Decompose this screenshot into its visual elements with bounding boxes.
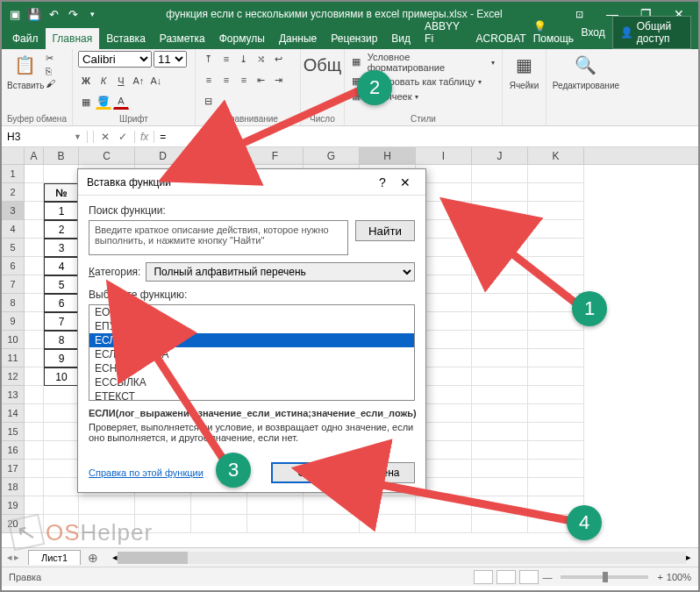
cancel-button[interactable]: Отмена (346, 462, 415, 483)
row-header[interactable]: 10 (2, 331, 25, 349)
tab-insert[interactable]: Вставка (99, 28, 153, 49)
tab-file[interactable]: Файл (5, 28, 46, 49)
sheet-tab[interactable]: Лист1 (28, 550, 81, 565)
cell[interactable] (25, 331, 44, 349)
row-header[interactable]: 5 (2, 239, 25, 257)
align-bottom-icon[interactable]: ⤓ (236, 51, 252, 67)
accept-formula-icon[interactable]: ✓ (117, 131, 129, 143)
cell[interactable] (528, 275, 584, 294)
paste-button[interactable]: 📋 Вставить (7, 51, 42, 90)
function-list-item[interactable]: ЕТЕКСТ (89, 389, 414, 401)
cell[interactable] (247, 496, 304, 515)
function-help-link[interactable]: Справка по этой функции (89, 467, 204, 478)
col-header[interactable]: H (360, 147, 416, 164)
cell[interactable] (528, 478, 584, 496)
row-header[interactable]: 8 (2, 294, 25, 312)
col-header[interactable]: D (135, 147, 191, 164)
tell-me[interactable]: 💡 Помощь (533, 20, 575, 45)
shrink-font-button[interactable]: A↓ (148, 73, 164, 89)
cell[interactable] (25, 478, 44, 496)
cell[interactable] (25, 404, 44, 423)
cell[interactable] (528, 460, 584, 478)
align-right-icon[interactable]: ≡ (236, 72, 252, 88)
row-header[interactable]: 11 (2, 349, 25, 367)
cell[interactable]: 4 (44, 257, 79, 275)
cell[interactable] (191, 515, 247, 533)
cell[interactable] (472, 386, 528, 404)
cell[interactable] (360, 515, 416, 533)
dialog-titlebar[interactable]: Вставка функции ? ✕ (78, 169, 425, 196)
cell[interactable] (528, 349, 584, 367)
fill-color-button[interactable]: 🪣 (96, 94, 111, 110)
row-header[interactable]: 7 (2, 275, 25, 294)
cell[interactable] (528, 404, 584, 423)
cell[interactable] (25, 312, 44, 331)
select-all-corner[interactable] (2, 147, 25, 164)
cell[interactable] (44, 496, 79, 515)
cell[interactable]: 8 (44, 331, 79, 349)
cell[interactable]: 2 (44, 220, 79, 239)
save-icon[interactable]: 💾 (26, 6, 42, 22)
page-break-view-button[interactable] (519, 570, 539, 584)
font-name-select[interactable]: Calibri (78, 51, 152, 68)
underline-button[interactable]: Ч (113, 73, 129, 89)
cell[interactable] (472, 183, 528, 202)
fx-button[interactable]: fx (135, 131, 154, 143)
dialog-close-button[interactable]: ✕ (394, 175, 417, 189)
cell[interactable]: 5 (44, 275, 79, 294)
col-header[interactable]: J (472, 147, 528, 164)
wrap-text-icon[interactable]: ↩ (271, 51, 287, 67)
col-header[interactable]: G (304, 147, 360, 164)
row-header[interactable]: 6 (2, 257, 25, 275)
share-button[interactable]: 👤 Общий доступ (612, 16, 691, 49)
category-select[interactable]: Полный алфавитный перечень (146, 262, 415, 282)
cell[interactable] (472, 294, 528, 312)
tab-acrobat[interactable]: ACROBAT (469, 28, 533, 49)
row-header[interactable]: 9 (2, 312, 25, 331)
number-format-button[interactable]: Общ (306, 51, 339, 81)
cell[interactable] (44, 386, 79, 404)
cell[interactable] (360, 496, 416, 515)
align-left-icon[interactable]: ≡ (201, 72, 217, 88)
cell[interactable] (25, 239, 44, 257)
cell[interactable] (472, 220, 528, 239)
cell[interactable] (472, 202, 528, 220)
undo-icon[interactable]: ↶ (46, 6, 61, 22)
cell[interactable] (528, 423, 584, 441)
col-header[interactable]: A (25, 147, 44, 164)
name-box[interactable]: H3 ▼ (2, 131, 88, 143)
row-header[interactable]: 18 (2, 478, 25, 496)
cell[interactable] (528, 239, 584, 257)
cell[interactable] (472, 441, 528, 460)
bold-button[interactable]: Ж (78, 73, 94, 89)
cell[interactable] (528, 220, 584, 239)
cut-icon[interactable]: ✂ (46, 53, 55, 64)
sheet-nav-prev-icon[interactable]: ◂ (7, 552, 12, 563)
page-layout-view-button[interactable] (496, 570, 516, 584)
cell[interactable] (416, 515, 472, 533)
italic-button[interactable]: К (96, 73, 111, 89)
formula-bar[interactable]: = (154, 131, 698, 143)
tab-data[interactable]: Данные (272, 28, 324, 49)
function-list-item[interactable]: ЕСНД (89, 361, 414, 375)
borders-button[interactable]: ▦ (78, 94, 94, 110)
col-header[interactable]: B (44, 147, 79, 164)
cell[interactable] (472, 257, 528, 275)
cell[interactable] (528, 441, 584, 460)
cell[interactable] (472, 515, 528, 533)
cell[interactable] (304, 496, 360, 515)
cell[interactable] (25, 367, 44, 386)
decrease-indent-icon[interactable]: ⇤ (254, 72, 269, 88)
increase-indent-icon[interactable]: ⇥ (271, 72, 287, 88)
cell[interactable] (25, 496, 44, 515)
function-list-item[interactable]: ЕССЫЛКА (89, 375, 414, 389)
cell[interactable] (528, 367, 584, 386)
cell[interactable]: 6 (44, 294, 79, 312)
row-header[interactable]: 14 (2, 404, 25, 423)
cell[interactable] (247, 515, 304, 533)
cell[interactable] (25, 165, 44, 183)
cell[interactable] (472, 239, 528, 257)
merge-icon[interactable]: ⊟ (201, 93, 217, 109)
cell[interactable] (472, 367, 528, 386)
format-painter-icon[interactable]: 🖌 (46, 78, 55, 89)
